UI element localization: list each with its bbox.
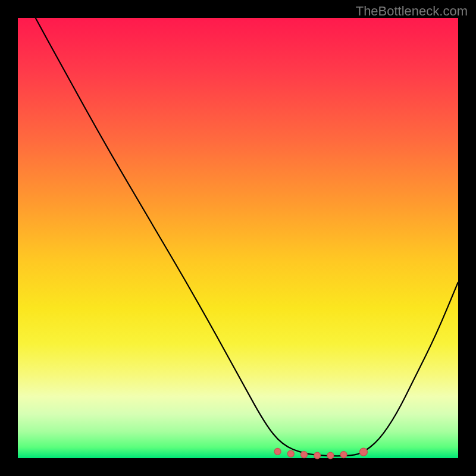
bottleneck-curve [36, 18, 458, 456]
chart-frame: TheBottleneck.com [0, 0, 476, 476]
watermark-text: TheBottleneck.com [356, 4, 468, 19]
plot-area [18, 18, 458, 458]
marker-dot [359, 448, 367, 456]
optimal-markers [274, 448, 367, 459]
marker-dot [301, 452, 308, 458]
marker-dot [314, 452, 321, 459]
marker-dot [274, 448, 281, 455]
marker-dot [327, 452, 334, 459]
curve-layer [18, 18, 458, 458]
marker-dot [340, 452, 347, 458]
marker-dot [287, 450, 294, 457]
